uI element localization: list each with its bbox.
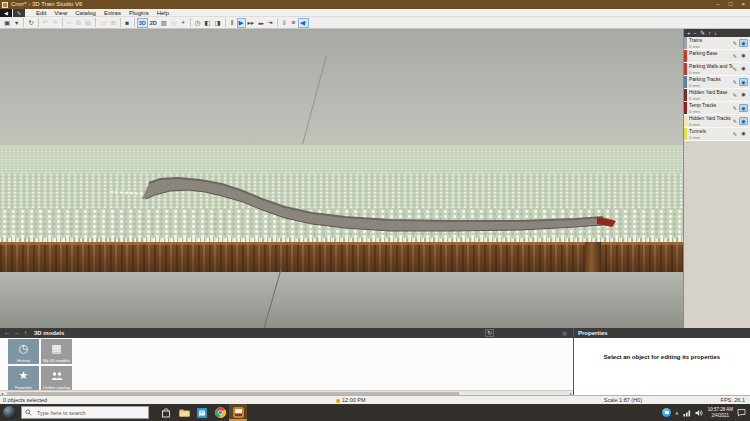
- layer-edit-icon[interactable]: ✎: [733, 131, 737, 137]
- view-2d-button[interactable]: 2D: [148, 18, 159, 28]
- catalog-panel: ← → ↑ 3D models ↻ ▦ ◷History▦My 3D model…: [0, 328, 573, 395]
- layer-visibility-icon[interactable]: ◉: [739, 104, 748, 112]
- layer-height: 0 mm: [689, 122, 733, 127]
- reset-view-icon[interactable]: ↻: [26, 18, 35, 28]
- grid-columns-icon[interactable]: ▥: [159, 18, 169, 28]
- catalog-up-icon[interactable]: ↑: [24, 328, 27, 338]
- tile-favorites[interactable]: ★Favorites: [8, 366, 39, 391]
- explorer-icon[interactable]: [175, 404, 193, 421]
- remove-icon[interactable]: −: [694, 29, 698, 37]
- play-icon[interactable]: ▶: [237, 18, 246, 28]
- content-id-grid-icon[interactable]: ▦: [562, 330, 567, 336]
- levels-icon[interactable]: ≡: [289, 18, 298, 28]
- cut-icon[interactable]: ✂: [65, 18, 74, 28]
- network-icon[interactable]: [683, 409, 691, 417]
- layer-visibility-icon[interactable]: ◉: [739, 130, 748, 138]
- properties-panel: Properties Select an object for editing …: [573, 328, 750, 395]
- move-up-icon[interactable]: ↑: [708, 29, 711, 37]
- download-icon[interactable]: ⇩: [280, 18, 289, 28]
- catalog-body: ◷History▦My 3D models★FavoritesOnline ca…: [0, 338, 573, 390]
- maximize-button[interactable]: □: [729, 0, 733, 9]
- volume-icon[interactable]: [695, 409, 704, 417]
- edit-mode-button[interactable]: ✎: [13, 9, 25, 17]
- sound-icon[interactable]: ◀⋅: [298, 18, 309, 28]
- layer-height: 0 mm: [689, 135, 733, 140]
- back-button[interactable]: ◀: [0, 9, 12, 17]
- layer-row[interactable]: Parking Tracks0 mm✎◉: [684, 76, 750, 89]
- fast-forward-icon[interactable]: ▸▸▸: [256, 18, 265, 28]
- paste-icon[interactable]: ▤: [83, 18, 93, 28]
- delete-icon[interactable]: ■: [123, 18, 132, 28]
- add-icon[interactable]: +: [687, 29, 691, 37]
- add-icon[interactable]: +: [179, 18, 188, 28]
- menu-extras[interactable]: Extras: [100, 9, 125, 17]
- people-icon: [50, 366, 64, 385]
- layer-visibility-icon[interactable]: ◉: [739, 117, 748, 125]
- meet-now-icon[interactable]: [662, 408, 671, 417]
- tray-clock[interactable]: 10:57:28 AM 2/4/2021: [708, 407, 733, 418]
- layer-visibility-icon[interactable]: ◉: [739, 65, 748, 73]
- mail-icon[interactable]: [193, 404, 211, 421]
- menu-edit[interactable]: Edit: [32, 9, 50, 17]
- minimize-button[interactable]: –: [717, 0, 720, 9]
- panel-right-icon[interactable]: ◨: [212, 18, 222, 28]
- notification-icon[interactable]: [737, 408, 746, 417]
- taskbar-search[interactable]: [21, 406, 149, 419]
- menu-plugins[interactable]: Plugins: [125, 9, 153, 17]
- layer-edit-icon[interactable]: ✎: [733, 92, 737, 98]
- select-add-icon[interactable]: ⊞: [108, 18, 117, 28]
- viewport-3d[interactable]: [0, 29, 683, 328]
- layer-row[interactable]: Tunnels0 mm✎◉: [684, 128, 750, 141]
- layer-edit-icon[interactable]: ✎: [733, 118, 737, 124]
- layer-edit-icon[interactable]: ✎: [733, 40, 737, 46]
- menu-catalog[interactable]: Catalog: [71, 9, 100, 17]
- layer-edit-icon[interactable]: ✎: [733, 79, 737, 85]
- view-3d-button[interactable]: 3D: [137, 18, 148, 28]
- redo-icon[interactable]: ↷: [50, 18, 59, 28]
- layer-row[interactable]: Temp Tracks0 mm✎◉: [684, 102, 750, 115]
- layer-row[interactable]: Parking Walls and Top0 mm✎◉: [684, 63, 750, 76]
- menu-view[interactable]: View: [50, 9, 71, 17]
- catalog-forward-icon[interactable]: →: [14, 328, 20, 338]
- close-button[interactable]: ×: [741, 0, 745, 9]
- undo-icon[interactable]: ↶: [41, 18, 50, 28]
- layer-visibility-icon[interactable]: ◉: [739, 78, 748, 86]
- pause-icon[interactable]: ‖: [228, 18, 237, 28]
- forward-icon[interactable]: ▸▸: [246, 18, 257, 28]
- caret-down-icon[interactable]: ▾: [12, 18, 21, 28]
- move-down-icon[interactable]: ↓: [714, 29, 717, 37]
- layer-row[interactable]: Hidden Yard Base0 mm✎◉: [684, 89, 750, 102]
- tile-online-catalog[interactable]: Online catalog: [41, 366, 72, 391]
- tile-my-3d-models[interactable]: ▦My 3D models: [41, 339, 72, 364]
- skip-icon[interactable]: ⇥: [265, 18, 274, 28]
- lamp-icon[interactable]: ◎: [169, 18, 179, 28]
- layer-row[interactable]: Parking Base-✎◉: [684, 50, 750, 63]
- tile-history[interactable]: ◷History: [8, 339, 39, 364]
- select-rect-icon[interactable]: ▭: [98, 18, 108, 28]
- layer-edit-icon[interactable]: ✎: [733, 105, 737, 111]
- layer-edit-icon[interactable]: ✎: [733, 53, 737, 59]
- refresh-icon[interactable]: ↻: [485, 329, 494, 337]
- save-icon[interactable]: ▣: [2, 18, 12, 28]
- layer-visibility-icon[interactable]: ◉: [739, 39, 748, 47]
- taskbar-search-input[interactable]: [35, 409, 145, 417]
- layer-row[interactable]: Hidden Yard Tracks0 mm✎◉: [684, 115, 750, 128]
- layers-panel-toolbar: +−✎↑↓: [684, 29, 750, 37]
- chrome-icon[interactable]: [211, 404, 229, 421]
- store-icon[interactable]: [157, 404, 175, 421]
- layer-row[interactable]: Trains0 mm✎◉: [684, 37, 750, 50]
- start-button[interactable]: [3, 406, 16, 419]
- layer-visibility-icon[interactable]: ◉: [739, 52, 748, 60]
- catalog-back-icon[interactable]: ←: [4, 328, 10, 338]
- layer-visibility-icon[interactable]: ◉: [739, 91, 748, 99]
- train-studio-icon[interactable]: [229, 404, 247, 421]
- edit-icon[interactable]: ✎: [700, 29, 705, 37]
- layer-edit-icon[interactable]: ✎: [733, 66, 737, 72]
- copy-icon[interactable]: ⧉: [74, 18, 83, 28]
- layer-height: -: [689, 57, 733, 62]
- clock-icon[interactable]: ◷: [193, 18, 203, 28]
- tray-expand-icon[interactable]: ∧: [675, 410, 679, 416]
- menu-help[interactable]: Help: [153, 9, 173, 17]
- panel-left-icon[interactable]: ◧: [202, 18, 212, 28]
- toolbar-separator: [190, 18, 191, 27]
